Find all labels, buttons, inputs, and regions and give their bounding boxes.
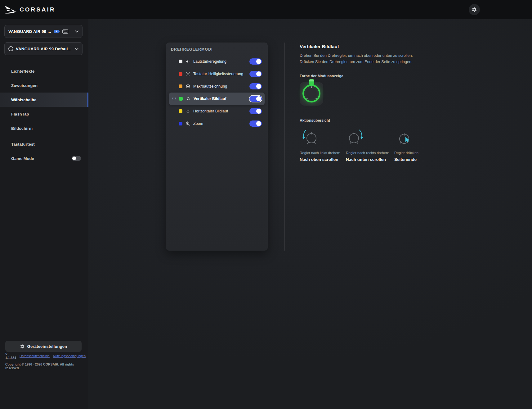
volume-icon — [185, 59, 190, 64]
rotate-right-icon — [346, 127, 366, 147]
game-mode-label: Game Mode — [11, 156, 34, 161]
mode-toggle[interactable] — [249, 120, 262, 127]
mode-label: Vertikaler Bildlauf — [194, 97, 226, 101]
device-selector[interactable]: VANGUARD AIR 99 ... — [4, 25, 83, 38]
mode-color-swatch — [179, 109, 182, 113]
sidebar-nav: Lichteffekte Zuweisungen Wählscheibe Fla… — [0, 64, 88, 135]
brightness-icon — [185, 71, 190, 77]
mode-row-horizontaler-bildlauf[interactable]: Horizontaler Bildlauf — [169, 105, 265, 117]
dial-modes-panel: DREHREGLERMODI Lautstärkeregelung — [166, 43, 268, 251]
profile-name: VANGUARD AIR 99 Defaul... — [16, 47, 71, 51]
drag-handle-icon[interactable] — [172, 97, 176, 101]
mode-color-label: Farbe der Modusanzeige — [300, 74, 449, 78]
chevron-down-icon — [75, 30, 78, 33]
mode-label: Zoom — [193, 121, 203, 126]
mode-row-lautstaerkeregelung[interactable]: Lautstärkeregelung — [169, 55, 265, 68]
mode-label: Horizontaler Bildlauf — [193, 109, 228, 113]
sidebar-item-label: Tastaturtest — [11, 142, 35, 147]
action-rotate-left: Regler nach links drehen: Nach oben scro… — [300, 127, 346, 162]
press-icon — [394, 127, 414, 147]
sidebar: VANGUARD AIR 99 ... VANGUARD AIR 99 Defa… — [0, 19, 89, 409]
detail-description: Drehen Sie den Drehregler, um nach oben … — [300, 52, 419, 65]
mode-toggle[interactable] — [249, 71, 262, 77]
mode-color-swatch — [179, 97, 183, 101]
action-value: Seitenende — [394, 157, 441, 162]
action-press: Regler drücken: Seitenende — [394, 127, 441, 162]
actions-overview-label: Aktionsübersicht — [300, 118, 449, 123]
knob-tick — [311, 86, 312, 88]
mode-toggle[interactable] — [249, 58, 262, 65]
mode-row-makro[interactable]: Makroaufzeichnung — [169, 80, 265, 93]
chevron-down-icon — [75, 48, 78, 50]
mode-color-swatch — [179, 60, 182, 63]
terms-link[interactable]: Nutzungsbedingungen — [53, 354, 86, 358]
sidebar-item-label: FlashTap — [11, 112, 29, 116]
mode-row-vertikaler-bildlauf[interactable]: Vertikaler Bildlauf — [169, 93, 265, 105]
mode-label: Lautstärkeregelung — [193, 59, 226, 64]
mode-toggle[interactable] — [249, 83, 262, 89]
mode-color-swatch — [179, 84, 182, 88]
gear-icon — [20, 344, 25, 349]
mode-color-swatch — [179, 122, 182, 125]
sidebar-item-bildschirm[interactable]: Bildschirm — [0, 121, 88, 135]
brand-name: CORSAIR — [20, 6, 56, 13]
mode-color-indicator[interactable] — [309, 79, 314, 85]
zoom-icon — [185, 121, 190, 126]
sidebar-item-waehlscheibe[interactable]: Wählscheibe — [0, 93, 88, 107]
action-value: Nach oben scrollen — [300, 157, 346, 162]
profile-selector[interactable]: VANGUARD AIR 99 Defaul... — [4, 42, 83, 55]
gear-icon — [472, 7, 477, 12]
mode-detail-panel: Vertikaler Bildlauf Drehen Sie den Drehr… — [300, 44, 449, 162]
mode-label: Makroaufzeichnung — [193, 84, 227, 89]
sidebar-item-label: Bildschirm — [11, 126, 33, 131]
corsair-sails-icon — [5, 6, 17, 14]
main-content: DREHREGLERMODI Lautstärkeregelung — [88, 19, 532, 409]
copyright-text: Copyright © 1996 - 2026 CORSAIR. All rig… — [5, 362, 85, 370]
record-icon — [185, 84, 190, 89]
action-caption: Regler nach rechts drehen: — [346, 151, 394, 155]
vertical-divider — [284, 43, 285, 251]
sidebar-item-label: Zuweisungen — [11, 83, 38, 88]
mode-row-zoom[interactable]: Zoom — [169, 117, 265, 130]
game-mode-toggle[interactable] — [72, 156, 81, 161]
vertical-scroll-icon — [186, 96, 191, 102]
sidebar-item-zuweisungen[interactable]: Zuweisungen — [0, 78, 88, 93]
actions-overview: Regler nach links drehen: Nach oben scro… — [300, 127, 449, 162]
action-rotate-right: Regler nach rechts drehen: Nach unten sc… — [346, 127, 394, 162]
sidebar-item-lichteffekte[interactable]: Lichteffekte — [0, 64, 88, 78]
sidebar-item-label: Wählscheibe — [11, 98, 37, 102]
profile-icon — [8, 46, 13, 51]
version-label: V 1.1.384 — [5, 352, 16, 360]
rotate-left-icon — [300, 127, 320, 147]
device-settings-button[interactable]: Geräteeinstellungen — [5, 341, 82, 352]
mode-toggle[interactable] — [249, 96, 262, 102]
action-caption: Regler drücken: — [394, 151, 441, 155]
sidebar-footer: V 1.1.384 Datenschutzrichtlinie Nutzungs… — [5, 352, 85, 370]
sidebar-item-tastaturtest[interactable]: Tastaturtest — [0, 137, 88, 151]
mode-color-knob[interactable] — [300, 79, 324, 106]
top-bar: CORSAIR — [0, 0, 532, 19]
dial-modes-list: Lautstärkeregelung Tastatur-Helligkeitss… — [166, 55, 268, 130]
mode-label: Tastatur-Helligkeitssteuerung — [193, 72, 243, 76]
detail-title: Vertikaler Bildlauf — [300, 44, 449, 49]
mode-toggle[interactable] — [249, 108, 262, 114]
device-name: VANGUARD AIR 99 ... — [8, 29, 51, 34]
app-settings-button[interactable] — [469, 4, 480, 15]
battery-icon — [54, 30, 60, 33]
keyboard-icon — [62, 30, 68, 34]
sidebar-item-label: Lichteffekte — [11, 69, 34, 74]
action-caption: Regler nach links drehen: — [300, 151, 346, 155]
corsair-logo: CORSAIR — [5, 6, 56, 14]
dial-modes-title: DREHREGLERMODI — [166, 43, 268, 55]
sidebar-item-flashtap[interactable]: FlashTap — [0, 107, 88, 121]
horizontal-scroll-icon — [185, 109, 190, 114]
privacy-policy-link[interactable]: Datenschutzrichtlinie — [20, 354, 50, 358]
game-mode-row: Game Mode — [0, 151, 88, 166]
mode-row-helligkeit[interactable]: Tastatur-Helligkeitssteuerung — [169, 68, 265, 80]
mode-color-swatch — [179, 72, 182, 76]
device-settings-label: Geräteeinstellungen — [27, 344, 67, 349]
action-value: Nach unten scrollen — [346, 157, 394, 162]
